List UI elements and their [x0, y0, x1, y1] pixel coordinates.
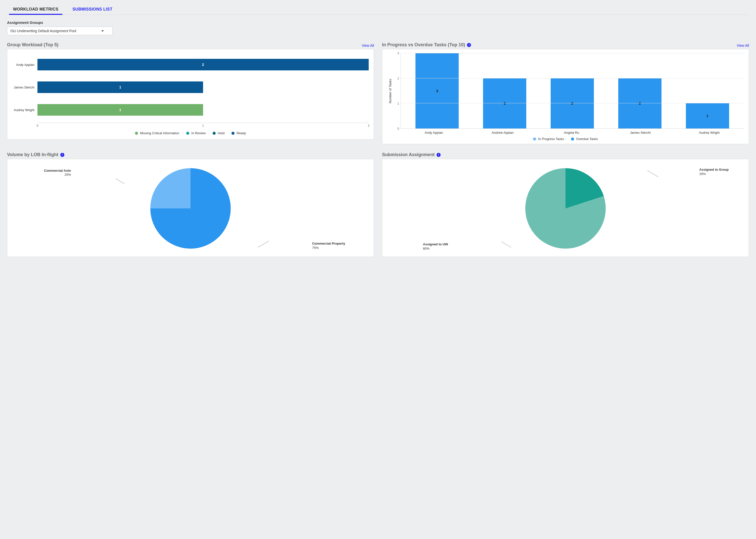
legend-item[interactable]: Ready: [232, 131, 246, 135]
legend-dot-icon: [571, 137, 574, 140]
hbar-bar[interactable]: 1: [37, 104, 203, 116]
legend-label: Overdue Tasks: [576, 137, 598, 141]
vbar-xlabel: Angela Ru: [544, 131, 599, 134]
tasks-yaxis-label: Number of Tasks: [387, 53, 393, 129]
legend-dot-icon: [213, 132, 216, 135]
vbar-ytick: 1: [397, 102, 399, 105]
hbar-ylabel: Audrey Wright: [12, 108, 37, 112]
lob-title: Volume by LOB In-flight: [7, 152, 58, 157]
hbar-xtick: 0: [37, 124, 38, 127]
assignment-card: Assigned to Group 20% Assigned to UW 80%: [382, 159, 749, 257]
hbar-bar[interactable]: 1: [37, 81, 203, 93]
tabs: WORKLOAD METRICS SUBMISSIONS LIST: [7, 5, 749, 15]
vbar-bar[interactable]: 1: [686, 103, 729, 128]
group-workload-card: Andy Appian 2 James Sterchi 1: [7, 49, 374, 139]
legend-label: Missing Critical Information: [140, 131, 179, 135]
assignment-block: Submission Assignment i Assigned to Grou…: [382, 152, 749, 257]
assignment-groups-label: Assignment Groups: [7, 20, 749, 25]
vbar-bar[interactable]: 2: [483, 78, 526, 128]
lob-pie[interactable]: [150, 168, 231, 249]
legend-item[interactable]: Hold: [213, 131, 225, 135]
tasks-legend: In Progress Tasks Overdue Tasks: [387, 137, 744, 141]
vbar-bar[interactable]: 3: [415, 53, 459, 128]
lob-pie-chart: Commercial Auto 25% Commercial Property …: [12, 163, 369, 254]
legend-label: Ready: [237, 131, 246, 135]
lob-card: Commercial Auto 25% Commercial Property …: [7, 159, 374, 257]
assignment-groups-selected: ISU Underwriting Default Assignment Pool: [10, 29, 76, 33]
vbar-ytick: 0: [397, 127, 399, 130]
hbar-bar[interactable]: 2: [37, 59, 369, 70]
legend-item[interactable]: In Progress Tasks: [533, 137, 564, 141]
legend-label: Hold: [218, 131, 225, 135]
vbar-xlabel: Andy Appian: [406, 131, 461, 134]
vbar-ytick: 3: [397, 51, 399, 55]
hbar-ylabel: Andy Appian: [12, 63, 37, 67]
legend-dot-icon: [232, 132, 235, 135]
pie-slice-label: Assigned to UW 80%: [423, 242, 458, 251]
info-icon[interactable]: i: [437, 153, 441, 157]
chevron-down-icon: [101, 31, 104, 32]
tasks-block: In Progress vs Overdue Tasks (Top 10) i …: [382, 42, 749, 144]
hbar-xtick: 1: [202, 124, 204, 127]
vbar-bar[interactable]: 2: [618, 78, 661, 128]
assignment-title: Submission Assignment: [382, 152, 435, 157]
hbar-ylabel: James Sterchi: [12, 86, 37, 89]
tasks-card: Number of Tasks 3 2 1 0 3 2 2 2: [382, 49, 749, 144]
vbar-xlabel: Andrew Appian: [475, 131, 530, 134]
legend-item[interactable]: Missing Critical Information: [135, 131, 179, 135]
tab-workload-metrics[interactable]: WORKLOAD METRICS: [12, 5, 59, 15]
legend-label: In Progress Tasks: [538, 137, 564, 141]
group-workload-title: Group Workload (Top 5): [7, 42, 58, 47]
hbar-xtick: 2: [368, 124, 370, 127]
vbar-bar[interactable]: 2: [551, 78, 594, 128]
legend-dot-icon: [533, 137, 536, 140]
tasks-title: In Progress vs Overdue Tasks (Top 10): [382, 42, 465, 47]
tab-submissions-list[interactable]: SUBMISSIONS LIST: [71, 5, 113, 15]
vbar-xlabel: James Sterchi: [613, 131, 668, 134]
legend-dot-icon: [135, 132, 138, 135]
group-workload-chart: Andy Appian 2 James Sterchi 1: [12, 53, 369, 129]
legend-item[interactable]: In Review: [186, 131, 206, 135]
legend-dot-icon: [186, 132, 189, 135]
vbar-xlabel: Audrey Wright: [682, 131, 737, 134]
assignment-pie[interactable]: [525, 168, 606, 249]
tasks-chart: Number of Tasks 3 2 1 0 3 2 2 2: [387, 53, 744, 129]
lob-block: Volume by LOB In-flight i Commercial Aut…: [7, 152, 374, 257]
group-workload-view-all[interactable]: View All: [362, 43, 374, 47]
assignment-pie-chart: Assigned to Group 20% Assigned to UW 80%: [387, 163, 744, 254]
group-workload-legend: Missing Critical Information In Review H…: [12, 131, 369, 135]
pie-slice-label: Commercial Property 75%: [312, 242, 347, 250]
vbar-ytick: 2: [397, 77, 399, 80]
pie-slice-label: Commercial Auto 25%: [41, 169, 71, 177]
assignment-groups-select[interactable]: ISU Underwriting Default Assignment Pool: [7, 27, 112, 35]
legend-label: In Review: [191, 131, 206, 135]
tasks-view-all[interactable]: View All: [737, 43, 749, 47]
legend-item[interactable]: Overdue Tasks: [571, 137, 598, 141]
pie-slice-label: Assigned to Group 20%: [699, 168, 729, 176]
info-icon[interactable]: i: [60, 153, 64, 157]
info-icon[interactable]: i: [467, 43, 471, 47]
group-workload-block: Group Workload (Top 5) View All Andy App…: [7, 42, 374, 144]
